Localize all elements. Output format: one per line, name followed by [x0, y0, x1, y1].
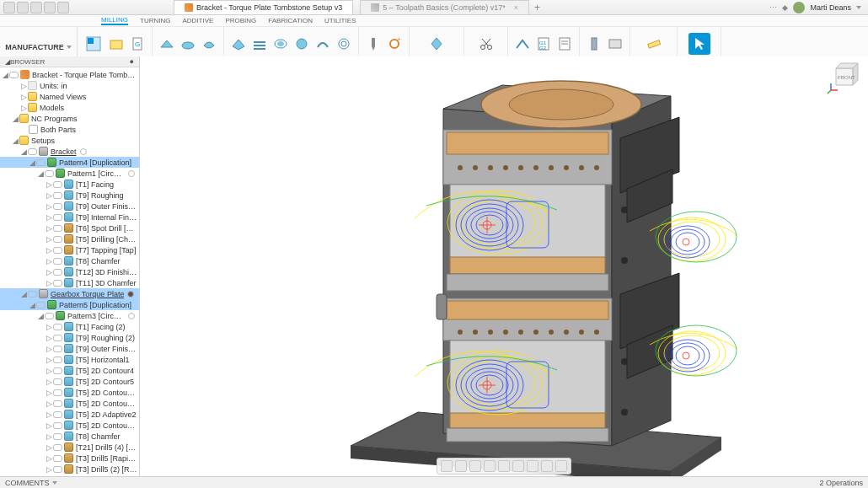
eye-icon[interactable]	[53, 367, 62, 374]
tree-setups[interactable]: ◢Setups	[0, 135, 139, 146]
eye-icon[interactable]	[53, 203, 62, 210]
hole-icon[interactable]: +	[385, 35, 404, 53]
eye-icon[interactable]	[53, 466, 62, 473]
tree-pattern1[interactable]: ◢Pattern1 [Circular]	[0, 168, 139, 179]
document-tab-active[interactable]: Bracket - Torque Plate Tombstone Setup v…	[174, 0, 353, 14]
multiaxis-icon[interactable]	[427, 35, 446, 53]
eye-icon[interactable]	[53, 335, 62, 341]
nc-program-icon[interactable]: G	[128, 35, 147, 53]
eye-icon[interactable]	[53, 389, 62, 396]
tree-operation[interactable]: ▷[T9] Roughing	[0, 190, 139, 201]
document-tab-inactive[interactable]: 5 – Toolpath Basics (Complete) v17* ×	[360, 0, 529, 14]
tree-setup-bracket[interactable]: ◢Bracket	[0, 146, 139, 157]
tree-operation[interactable]: ▷[T7] Tapping [Tap]	[0, 244, 139, 255]
generate-icon[interactable]	[513, 35, 532, 53]
display-style-icon[interactable]	[512, 460, 524, 472]
scissors-icon[interactable]	[477, 35, 496, 53]
tree-operation[interactable]: ▷[T21] Drill5 (4) [R...	[0, 442, 139, 453]
tree-setup-gearbox[interactable]: ◢Gearbox Torque Plate	[0, 288, 139, 299]
grid-icon[interactable]	[527, 460, 538, 472]
zoom-icon[interactable]	[469, 460, 481, 472]
eye-icon[interactable]	[53, 225, 62, 232]
ribbon-tab-probing[interactable]: PROBING	[225, 17, 256, 24]
viewport-layout-icon[interactable]	[555, 460, 567, 472]
3d-contour-icon[interactable]	[313, 35, 332, 53]
tree-pattern4[interactable]: ◢Pattern4 [Duplication]	[0, 157, 139, 168]
comments-label[interactable]: COMMENTS	[5, 479, 50, 487]
eye-icon[interactable]	[36, 159, 46, 166]
eye-icon[interactable]	[53, 422, 62, 429]
eye-icon[interactable]	[53, 411, 62, 418]
orbit-icon[interactable]	[441, 460, 453, 472]
select-cursor-icon[interactable]	[689, 33, 710, 55]
tree-operation[interactable]: ▷[T5] Horizontal1	[0, 354, 139, 365]
user-menu-chevron-icon[interactable]	[856, 6, 861, 9]
tree-operation[interactable]: ▷[T11] 3D Chamfer	[0, 277, 139, 288]
eye-icon[interactable]	[36, 302, 46, 308]
eye-icon[interactable]	[53, 258, 62, 265]
active-radio-icon[interactable]	[80, 148, 87, 155]
tree-operation[interactable]: ▷[T5] Drilling [Chip...	[0, 233, 139, 244]
fit-icon[interactable]	[484, 460, 496, 472]
3d-parallel-icon[interactable]	[250, 35, 269, 53]
tree-root[interactable]: ◢Bracket - Torque Plate Tombstone ...	[0, 69, 139, 80]
view-cube[interactable]: FRONT	[826, 58, 863, 95]
3d-horizontal-icon[interactable]	[335, 35, 353, 53]
chevron-down-icon[interactable]	[52, 481, 57, 485]
tree-operation[interactable]: ▷[T12] 3D Finishing	[0, 266, 139, 277]
ribbon-tab-utilities[interactable]: UTILITIES	[324, 17, 356, 24]
undo-icon[interactable]	[44, 2, 56, 13]
setup-icon[interactable]	[83, 33, 104, 55]
3d-viewport[interactable]: FRONT	[140, 56, 868, 476]
eye-icon[interactable]	[53, 444, 62, 451]
ribbon-tab-milling[interactable]: MILLING	[101, 16, 128, 25]
look-at-icon[interactable]	[498, 460, 510, 472]
adaptive-icon[interactable]	[200, 35, 218, 53]
ribbon-tab-fabrication[interactable]: FABRICATION	[268, 17, 313, 24]
tree-operation[interactable]: ▷[T9] Internal Finis...	[0, 212, 139, 223]
tree-operation[interactable]: ▷[T1] Facing	[0, 179, 139, 190]
drill-icon[interactable]	[364, 35, 383, 53]
tree-pattern3[interactable]: ◢Pattern3 [Circular]	[0, 310, 139, 321]
eye-icon[interactable]	[53, 214, 62, 221]
eye-icon[interactable]	[53, 324, 62, 330]
setup-sheet-icon[interactable]	[555, 35, 574, 53]
tree-operation[interactable]: ▷[T5] 2D Contour4...	[0, 398, 139, 409]
tool-library-icon[interactable]	[585, 35, 603, 53]
tree-nc-programs[interactable]: ◢NC Programs	[0, 113, 139, 124]
tree-named-views[interactable]: ▷Named Views	[0, 91, 139, 102]
eye-icon[interactable]	[53, 181, 62, 188]
eye-icon[interactable]	[53, 247, 62, 254]
active-radio-icon[interactable]	[127, 291, 134, 298]
pan-icon[interactable]	[455, 460, 467, 472]
eye-icon[interactable]	[53, 192, 62, 199]
snap-icon[interactable]	[541, 460, 553, 472]
user-avatar-icon[interactable]	[793, 2, 805, 13]
eye-icon[interactable]	[53, 236, 62, 243]
tree-operation[interactable]: ▷[T9] Outer Finishi...	[0, 201, 139, 212]
new-tab-icon[interactable]: +	[534, 2, 540, 13]
save-icon[interactable]	[30, 2, 42, 13]
eye-icon[interactable]	[9, 72, 19, 78]
tree-pattern5[interactable]: ◢Pattern5 [Duplication]	[0, 299, 139, 310]
eye-icon[interactable]	[53, 455, 62, 462]
notifications-icon[interactable]: ◆	[782, 3, 788, 12]
extensions-icon[interactable]: ⋯	[769, 3, 777, 12]
folder-icon[interactable]	[107, 35, 126, 53]
close-tab-icon[interactable]: ×	[514, 3, 518, 12]
tree-models[interactable]: ▷Models	[0, 102, 139, 113]
gcode-icon[interactable]: G1G2	[534, 35, 553, 53]
radio-icon[interactable]	[128, 170, 135, 177]
tree-units[interactable]: ▷Units: in	[0, 80, 139, 91]
tree-operation[interactable]: ▷[T9] Roughing (2)	[0, 332, 139, 343]
eye-icon[interactable]	[45, 170, 54, 177]
tree-operation[interactable]: ▷[T8] Chamfer	[0, 431, 139, 442]
tree-operation[interactable]: ▷[T3] Drill5 [Rapid ...	[0, 453, 139, 464]
eye-icon[interactable]	[28, 291, 37, 298]
face-icon[interactable]	[158, 35, 176, 53]
tree-operation[interactable]: ▷[T5] 2D Adaptive2	[0, 409, 139, 420]
3d-pocket-icon[interactable]	[271, 35, 290, 53]
file-icon[interactable]	[17, 2, 29, 13]
browser-tree[interactable]: ◢Bracket - Torque Plate Tombstone ... ▷U…	[0, 67, 139, 476]
pin-icon[interactable]: ●	[130, 57, 134, 66]
